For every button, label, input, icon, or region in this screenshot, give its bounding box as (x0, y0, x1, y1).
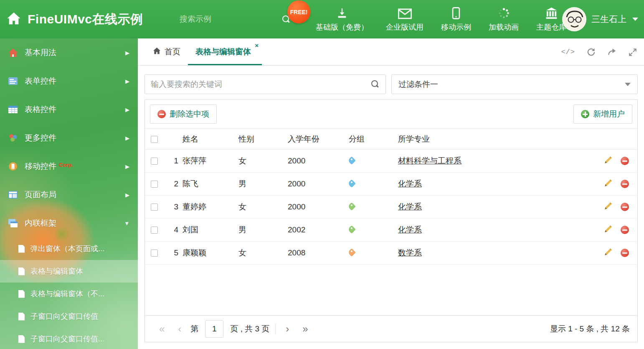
sidebar-child-child-to-parent-2[interactable]: 子窗口向父窗口传值... (0, 328, 138, 349)
chevron-right-icon: ▶ (125, 78, 129, 84)
sidebar-child-child-to-parent[interactable]: 子窗口向父窗口传值 (0, 305, 138, 328)
file-icon (18, 267, 25, 275)
table-row: 5 康颖颖 女 2008 数学系 (145, 242, 637, 265)
app-header: FineUIMvc在线示例 FREE! 基础版（免费） 企业版试用 (0, 0, 644, 38)
download-icon (336, 7, 348, 19)
cell-name: 陈飞 (183, 173, 238, 196)
next-page-icon[interactable]: › (279, 324, 296, 334)
edit-icon[interactable] (604, 178, 613, 189)
major-link[interactable]: 化学系 (398, 202, 422, 211)
envelope-icon (398, 7, 412, 19)
edit-icon[interactable] (604, 247, 613, 258)
sidebar-item-page-layout[interactable]: 页面布局 ▶ (0, 181, 138, 209)
tag-icon (347, 225, 356, 234)
sidebar-child-popup-window[interactable]: 弹出窗体（本页面或... (0, 237, 138, 260)
layout-icon (8, 189, 18, 200)
avatar (562, 7, 586, 31)
sidebar-item-more-controls[interactable]: 更多控件 ▶ (0, 124, 138, 152)
spinner-icon (498, 7, 510, 19)
page-number-input[interactable] (205, 320, 223, 338)
major-link[interactable]: 化学系 (398, 225, 422, 234)
search-icon[interactable] (371, 80, 379, 88)
major-link[interactable]: 化学系 (398, 179, 422, 188)
sidebar-item-inline-frame[interactable]: 内联框架 ▼ (0, 209, 138, 237)
edit-icon[interactable] (604, 155, 613, 166)
delete-row-icon[interactable] (621, 226, 629, 234)
keyword-search-input[interactable] (145, 74, 386, 94)
record-summary: 显示 1 - 5 条 , 共 12 条 (550, 324, 630, 334)
file-icon (18, 335, 25, 343)
file-icon (18, 313, 25, 321)
add-user-button[interactable]: 新增用户 (573, 104, 632, 124)
row-checkbox[interactable] (151, 227, 158, 234)
nav-loading-animation[interactable]: 加载动画 (480, 0, 527, 38)
filter-row: 过滤条件一 (145, 74, 638, 94)
app-root: FineUIMvc在线示例 FREE! 基础版（免费） 企业版试用 (0, 0, 644, 349)
cell-name: 刘国 (183, 219, 238, 242)
iframe-icon (8, 218, 18, 229)
refresh-icon[interactable] (586, 47, 596, 57)
user-name: 三生石上 (591, 13, 626, 25)
col-gender: 性别 (238, 129, 288, 150)
first-page-icon[interactable]: « (152, 324, 171, 334)
grid-spacer (145, 265, 637, 315)
close-icon[interactable]: × (255, 42, 259, 48)
row-checkbox[interactable] (151, 158, 158, 165)
table-row: 4 刘国 男 2002 化学系 (145, 219, 637, 242)
cell-year: 2000 (288, 150, 349, 173)
tab-home[interactable]: 首页 (145, 38, 188, 65)
widgets-icon (8, 132, 18, 143)
sidebar-item-grid-controls[interactable]: 表格控件 ▶ (0, 95, 138, 124)
cell-year: 2008 (288, 242, 349, 265)
users-table: 姓名 性别 入学年份 分组 所学专业 1 张萍萍 (145, 128, 637, 265)
nav-basic-edition[interactable]: 基础版（免费） (307, 0, 377, 38)
keyword-search (145, 74, 386, 94)
major-link[interactable]: 数学系 (398, 248, 422, 257)
sidebar-item-basic-usage[interactable]: 基本用法 ▶ (0, 38, 138, 67)
page-suffix: 页 , 共 3 页 (230, 324, 269, 334)
edit-icon[interactable] (604, 201, 613, 212)
row-checkbox[interactable] (151, 250, 158, 257)
delete-row-icon[interactable] (621, 180, 629, 188)
user-menu[interactable]: 三生石上 (562, 0, 638, 38)
sidebar-child-grid-edit-window-2[interactable]: 表格与编辑窗体（不... (0, 283, 138, 305)
header-nav: 基础版（免费） 企业版试用 移动示例 加载动画 (307, 0, 575, 38)
select-all-checkbox[interactable] (151, 136, 158, 143)
mobile-controls-icon (8, 161, 18, 172)
delete-selected-button[interactable]: 删除选中项 (150, 104, 217, 124)
row-checkbox[interactable] (151, 181, 158, 188)
filter-dropdown[interactable]: 过滤条件一 (391, 74, 638, 94)
tag-icon (347, 248, 356, 257)
nav-label: 企业版试用 (386, 22, 423, 32)
chevron-right-icon: ▶ (125, 163, 129, 170)
sidebar-item-form-controls[interactable]: 表单控件 ▶ (0, 67, 138, 95)
share-icon[interactable] (607, 47, 617, 57)
nav-mobile-demo[interactable]: 移动示例 (432, 0, 480, 38)
expand-icon[interactable] (628, 48, 637, 57)
delete-row-icon[interactable] (621, 203, 629, 211)
pagination-bar: « ‹ 第 页 , 共 3 页 › » 显示 1 - 5 条 , 共 12 条 (145, 315, 637, 342)
sidebar-child-grid-edit-window[interactable]: 表格与编辑窗体 (0, 260, 138, 283)
source-code-icon[interactable]: </> (561, 48, 575, 56)
prev-page-icon[interactable]: ‹ (171, 324, 188, 334)
row-checkbox[interactable] (151, 204, 158, 211)
delete-row-icon[interactable] (621, 249, 629, 257)
nav-enterprise-trial[interactable]: 企业版试用 (377, 0, 432, 38)
last-page-icon[interactable]: » (296, 324, 314, 334)
delete-row-icon[interactable] (621, 157, 629, 165)
col-name: 姓名 (183, 129, 238, 150)
add-icon (581, 110, 589, 118)
chevron-right-icon: ▶ (125, 192, 129, 198)
table-row: 3 董婷婷 女 2000 化学系 (145, 196, 637, 219)
cell-gender: 男 (238, 173, 288, 196)
tab-grid-edit-window[interactable]: 表格与编辑窗体 × (188, 38, 262, 65)
brand[interactable]: FineUIMvc在线示例 (7, 0, 143, 38)
table-icon (8, 104, 18, 115)
mobile-icon (452, 7, 460, 19)
sidebar-item-mobile-controls[interactable]: 移动控件 Corp. ▶ (0, 152, 138, 181)
edit-icon[interactable] (604, 224, 613, 235)
header-search-input[interactable] (180, 15, 282, 24)
major-link[interactable]: 材料科学与工程系 (398, 156, 461, 165)
col-major: 所学专业 (398, 129, 589, 150)
corp-badge: Corp. (59, 162, 73, 168)
